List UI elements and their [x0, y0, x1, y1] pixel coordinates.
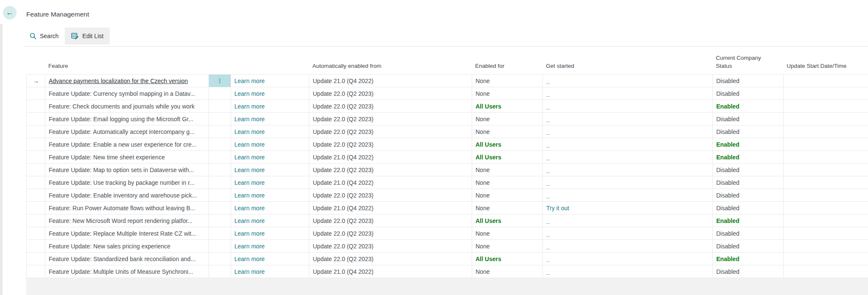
row-selector-cell[interactable]: → — [27, 113, 45, 125]
enabled-for-cell[interactable]: All Users — [472, 214, 543, 227]
learn-more-link[interactable]: Learn more — [234, 116, 265, 122]
enabled-for-cell[interactable]: None — [472, 164, 543, 176]
search-button[interactable]: Search — [23, 28, 65, 45]
row-selector-cell[interactable]: → — [27, 75, 45, 87]
row-selector-cell[interactable]: → — [27, 100, 45, 112]
get-started-link[interactable]: _ — [546, 217, 550, 224]
column-header-feature[interactable]: Feature — [45, 47, 209, 74]
row-options-cell[interactable]: ⋮ — [209, 253, 231, 265]
row-selector-cell[interactable]: → — [27, 202, 45, 214]
enabled-for-cell[interactable]: All Users — [472, 100, 543, 112]
enabled-for-cell[interactable]: None — [472, 202, 543, 214]
row-selector-cell[interactable]: → — [27, 176, 45, 189]
row-options-cell[interactable]: ⋮ — [209, 100, 231, 112]
get-started-link[interactable]: _ — [546, 192, 550, 199]
row-options-cell[interactable]: ⋮ — [209, 202, 231, 214]
feature-cell[interactable]: Feature Update: Use tracking by package … — [45, 176, 209, 189]
row-options-cell[interactable]: ⋮ — [209, 151, 231, 163]
column-header-automatically-enabled-from[interactable]: Automatically enabled from — [309, 47, 472, 74]
get-started-link[interactable]: _ — [546, 116, 550, 122]
row-options-cell[interactable]: ⋮ — [209, 75, 231, 87]
get-started-link[interactable]: _ — [546, 268, 550, 275]
feature-cell[interactable]: Feature Update: Currency symbol mapping … — [45, 87, 209, 100]
learn-more-link[interactable]: Learn more — [234, 179, 265, 186]
get-started-link[interactable]: _ — [546, 90, 550, 97]
feature-cell[interactable]: Feature Update: Enable inventory and war… — [45, 189, 209, 201]
row-options-cell[interactable]: ⋮ — [209, 240, 231, 252]
enabled-for-cell[interactable]: None — [472, 227, 543, 239]
row-options-cell[interactable]: ⋮ — [209, 265, 231, 278]
enabled-for-cell[interactable]: None — [472, 176, 543, 189]
enabled-for-cell[interactable]: None — [472, 125, 543, 138]
column-header-enabled-for[interactable]: Enabled for — [472, 47, 542, 74]
enabled-for-cell[interactable]: All Users — [472, 253, 543, 265]
learn-more-link[interactable]: Learn more — [234, 230, 265, 237]
row-selector-cell[interactable]: → — [27, 125, 45, 138]
row-selector-cell[interactable]: → — [27, 227, 45, 239]
row-selector-cell[interactable]: → — [27, 164, 45, 176]
feature-cell[interactable]: Feature Update: Replace Multiple Interes… — [45, 227, 209, 239]
row-options-cell[interactable]: ⋮ — [209, 87, 231, 100]
enabled-for-cell[interactable]: All Users — [472, 151, 543, 163]
learn-more-link[interactable]: Learn more — [234, 103, 265, 110]
get-started-link[interactable]: _ — [546, 154, 550, 161]
get-started-link[interactable]: _ — [546, 179, 550, 186]
learn-more-link[interactable]: Learn more — [234, 205, 265, 212]
learn-more-link[interactable]: Learn more — [234, 90, 265, 97]
feature-cell[interactable]: Feature Update: Enable a new user experi… — [45, 138, 209, 150]
row-options-cell[interactable]: ⋮ — [209, 164, 231, 176]
get-started-link[interactable]: Try it out — [546, 205, 569, 212]
feature-cell[interactable]: Feature: Run Power Automate flows withou… — [45, 202, 209, 214]
row-selector-cell[interactable]: → — [27, 240, 45, 252]
feature-cell[interactable]: Feature: New Microsoft Word report rende… — [45, 214, 209, 227]
row-options-cell[interactable]: ⋮ — [209, 227, 231, 239]
row-selector-cell[interactable]: → — [27, 253, 45, 265]
feature-cell[interactable]: Feature Update: Standardized bank reconc… — [45, 253, 209, 265]
learn-more-link[interactable]: Learn more — [234, 256, 265, 262]
row-options-cell[interactable]: ⋮ — [209, 138, 231, 150]
back-button[interactable]: ← — [3, 6, 17, 19]
learn-more-link[interactable]: Learn more — [234, 217, 265, 224]
row-options-cell[interactable]: ⋮ — [209, 189, 231, 201]
column-header-get-started[interactable]: Get started — [542, 47, 712, 74]
get-started-link[interactable]: _ — [546, 167, 550, 173]
edit-list-button[interactable]: Edit List — [65, 28, 110, 45]
row-selector-cell[interactable]: → — [27, 151, 45, 163]
learn-more-link[interactable]: Learn more — [234, 167, 265, 173]
learn-more-link[interactable]: Learn more — [234, 192, 265, 199]
row-selector-cell[interactable]: → — [27, 214, 45, 227]
get-started-link[interactable]: _ — [546, 78, 550, 84]
enabled-for-cell[interactable]: None — [472, 87, 543, 100]
feature-cell[interactable]: Feature Update: Multiple Units of Measur… — [45, 265, 209, 278]
get-started-link[interactable]: _ — [546, 230, 550, 237]
column-header-update-start-date-time[interactable]: Update Start Date/Time — [783, 47, 868, 74]
row-options-cell[interactable]: ⋮ — [209, 125, 231, 138]
enabled-for-cell[interactable]: None — [472, 240, 543, 252]
row-selector-cell[interactable]: → — [27, 265, 45, 278]
row-selector-cell[interactable]: → — [27, 189, 45, 201]
row-options-cell[interactable]: ⋮ — [209, 214, 231, 227]
learn-more-link[interactable]: Learn more — [234, 128, 265, 135]
row-options-cell[interactable]: ⋮ — [209, 113, 231, 125]
feature-cell[interactable]: Feature Update: New sales pricing experi… — [45, 240, 209, 252]
learn-more-link[interactable]: Learn more — [234, 243, 265, 250]
feature-cell[interactable]: Feature: Check documents and journals wh… — [45, 100, 209, 112]
learn-more-link[interactable]: Learn more — [234, 141, 265, 148]
column-header-current-company-status[interactable]: Current Company Status — [712, 47, 783, 74]
get-started-link[interactable]: _ — [546, 141, 550, 148]
get-started-link[interactable]: _ — [546, 103, 550, 110]
learn-more-link[interactable]: Learn more — [234, 154, 265, 161]
row-selector-cell[interactable]: → — [27, 138, 45, 150]
get-started-link[interactable]: _ — [546, 243, 550, 250]
get-started-link[interactable]: _ — [546, 256, 550, 262]
feature-cell[interactable]: Feature Update: Email logging using the … — [45, 113, 209, 125]
feature-cell[interactable]: Feature Update: Automatically accept int… — [45, 125, 209, 138]
enabled-for-cell[interactable]: None — [472, 265, 543, 278]
row-selector-cell[interactable]: → — [27, 87, 45, 100]
enabled-for-cell[interactable]: None — [472, 75, 543, 87]
learn-more-link[interactable]: Learn more — [234, 268, 265, 275]
enabled-for-cell[interactable]: None — [472, 113, 543, 125]
row-options-cell[interactable]: ⋮ — [209, 176, 231, 189]
enabled-for-cell[interactable]: All Users — [472, 138, 543, 150]
enabled-for-cell[interactable]: None — [472, 189, 543, 201]
